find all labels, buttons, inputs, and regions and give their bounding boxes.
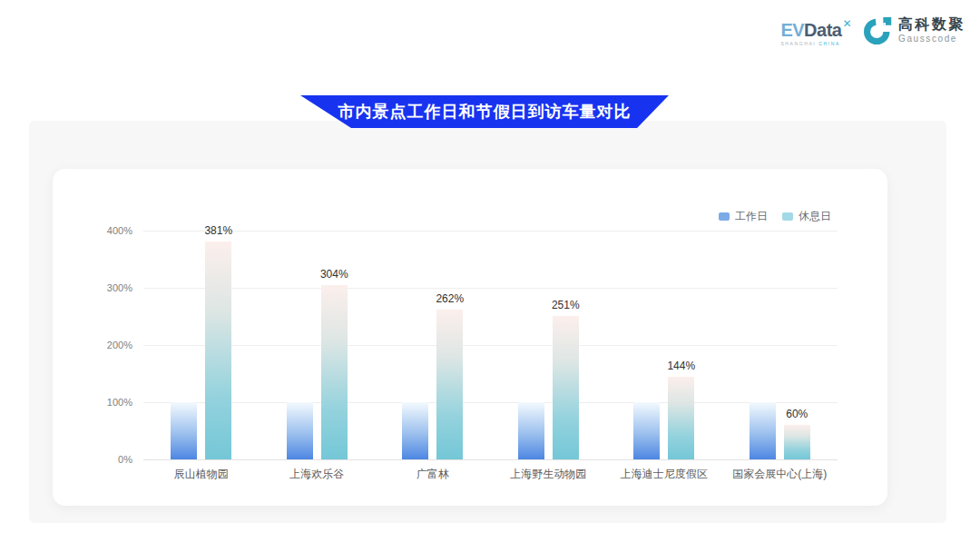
legend-label: 休息日 bbox=[799, 209, 831, 224]
x-axis-category-label: 辰山植物园 bbox=[174, 467, 229, 482]
gausscode-en-name: Gausscode bbox=[898, 34, 965, 44]
gausscode-logo: 高科数聚 Gausscode bbox=[864, 16, 965, 45]
bar-workday bbox=[171, 402, 197, 459]
chart-card: 工作日休息日 0%100%200%300%400%381%辰山植物园304%上海… bbox=[53, 169, 887, 506]
bar-value-label: 144% bbox=[667, 360, 695, 372]
evdata-x-icon: ✕ bbox=[842, 17, 851, 30]
x-axis-category-label: 上海欢乐谷 bbox=[289, 467, 344, 482]
bar-restday bbox=[553, 316, 579, 459]
bar-value-label: 60% bbox=[786, 408, 808, 420]
plot-area: 0%100%200%300%400%381%辰山植物园304%上海欢乐谷262%… bbox=[143, 231, 838, 459]
bar-restday bbox=[784, 425, 810, 459]
bar-value-label: 262% bbox=[436, 292, 464, 305]
evdata-subtitle: SHANGHAI CHINA bbox=[780, 41, 851, 46]
page-title: 市内景点工作日和节假日到访车量对比 bbox=[338, 101, 632, 123]
x-axis-category-label: 上海野生动物园 bbox=[510, 467, 586, 482]
legend-item-工作日[interactable]: 工作日 bbox=[719, 209, 768, 224]
x-axis-line bbox=[143, 459, 838, 460]
x-axis-category-label: 上海迪士尼度假区 bbox=[621, 467, 708, 482]
gausscode-text: 高科数聚 Gausscode bbox=[898, 17, 965, 44]
y-axis-tick-label: 0% bbox=[118, 454, 132, 465]
bar-value-label: 304% bbox=[320, 268, 348, 281]
bar-workday bbox=[287, 402, 313, 459]
bar-workday bbox=[518, 402, 544, 459]
bar-workday bbox=[633, 402, 660, 459]
evdata-data-text: Data bbox=[804, 20, 841, 40]
x-axis-category-label: 国家会展中心(上海) bbox=[732, 467, 827, 482]
gridline bbox=[143, 402, 838, 403]
bar-workday bbox=[402, 402, 428, 459]
gridline bbox=[143, 231, 838, 232]
evdata-ev-text: EV bbox=[780, 20, 804, 40]
legend: 工作日休息日 bbox=[719, 209, 831, 224]
gridline bbox=[143, 288, 838, 289]
page: EVData✕ SHANGHAI CHINA 高科数聚 Gausscode 市内… bbox=[0, 0, 980, 552]
y-axis-tick-label: 300% bbox=[107, 282, 132, 293]
legend-label: 工作日 bbox=[735, 209, 768, 224]
title-banner: 市内景点工作日和节假日到访车量对比 bbox=[300, 95, 669, 128]
bar-restday bbox=[205, 242, 231, 459]
legend-item-休息日[interactable]: 休息日 bbox=[782, 209, 831, 224]
legend-swatch bbox=[719, 212, 730, 221]
evdata-logo: EVData✕ SHANGHAI CHINA bbox=[780, 15, 851, 46]
legend-swatch bbox=[782, 212, 793, 221]
evdata-wordmark: EVData✕ bbox=[780, 15, 851, 39]
bar-restday bbox=[321, 285, 348, 459]
header-logos: EVData✕ SHANGHAI CHINA 高科数聚 Gausscode bbox=[780, 15, 965, 46]
y-axis-tick-label: 200% bbox=[107, 340, 132, 350]
bar-value-label: 251% bbox=[552, 299, 580, 311]
x-axis-category-label: 广富林 bbox=[416, 467, 449, 482]
gausscode-cn-name: 高科数聚 bbox=[898, 17, 965, 32]
bar-workday bbox=[750, 402, 776, 459]
y-axis-tick-label: 400% bbox=[107, 225, 132, 236]
bar-value-label: 381% bbox=[204, 224, 232, 237]
bar-restday bbox=[668, 377, 694, 459]
gausscode-g-icon bbox=[864, 16, 893, 45]
y-axis-tick-label: 100% bbox=[107, 397, 132, 408]
bar-restday bbox=[436, 310, 463, 459]
gridline bbox=[143, 345, 838, 346]
